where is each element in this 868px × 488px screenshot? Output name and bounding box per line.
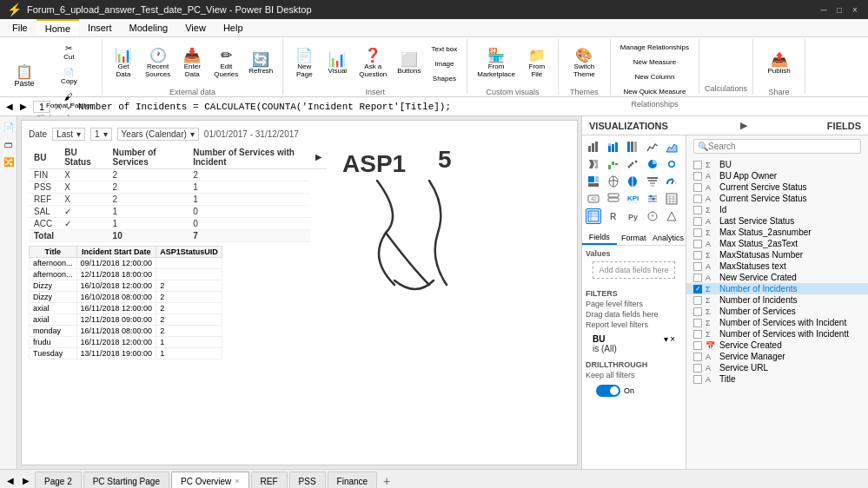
tab-pc-starting-page[interactable]: PC Starting Page	[83, 472, 169, 489]
field-checkbox-bu[interactable]	[693, 161, 702, 169]
field-item-number-of-services[interactable]: Σ Number of Services	[686, 306, 868, 317]
formula-close-button[interactable]: ✕	[54, 101, 63, 113]
stacked-bar-icon[interactable]	[606, 139, 621, 155]
tab-add-button[interactable]: +	[379, 473, 394, 489]
field-checkbox-max-status-2astext[interactable]	[693, 240, 702, 248]
recent-sources-button[interactable]: 🕐 RecentSources	[141, 41, 175, 86]
donut-icon[interactable]	[664, 156, 679, 172]
from-file-button[interactable]: 📁 FromFile	[521, 41, 553, 86]
python-visual-icon[interactable]: Py	[625, 208, 640, 224]
tab-modeling[interactable]: Modeling	[121, 19, 177, 36]
bu-filter-close[interactable]: ×	[670, 334, 675, 344]
field-checkbox-number-of-services[interactable]	[693, 307, 702, 316]
field-item-maxstatuses-text[interactable]: A MaxStatuses text	[686, 260, 868, 272]
matrix-icon[interactable]	[586, 208, 601, 224]
field-checkbox-current-sercive-status[interactable]	[693, 183, 702, 192]
field-item-maxstatusas-number[interactable]: Σ MaxStatusas Number	[686, 249, 868, 260]
nav-prev-button[interactable]: ◀	[3, 101, 16, 112]
report-view-icon[interactable]: 📄	[2, 120, 16, 134]
field-item-current-service-status[interactable]: A Current Service Status	[686, 193, 868, 204]
r-visual-icon[interactable]: R	[606, 208, 621, 224]
bar-chart-icon[interactable]	[586, 139, 601, 155]
tab-help[interactable]: Help	[215, 19, 252, 36]
viz-fields-tab[interactable]: Fields	[582, 231, 617, 245]
copy-button[interactable]: 📄 Copy	[42, 65, 96, 88]
edit-queries-button[interactable]: ✏ EditQueries	[209, 41, 242, 86]
field-item-service-url[interactable]: A Service URL	[686, 362, 868, 373]
formula-confirm-button[interactable]: ✓	[66, 101, 75, 113]
maximize-button[interactable]: □	[833, 3, 845, 16]
scatter-icon[interactable]	[625, 156, 640, 172]
field-item-service-manager[interactable]: A Service Manager	[686, 351, 868, 362]
field-item-max-status-2astext[interactable]: A Max Status_2asText	[686, 238, 868, 249]
field-checkbox-service-manager[interactable]	[693, 353, 702, 361]
field-checkbox-number-of-services-with-incidentt[interactable]	[693, 330, 702, 339]
text-box-button[interactable]: Text box	[427, 43, 461, 56]
get-data-button[interactable]: 📊 GetData	[108, 41, 139, 86]
refresh-button[interactable]: 🔄 Refresh	[244, 41, 277, 86]
field-checkbox-number-of-services-with-incident[interactable]	[693, 319, 702, 327]
visual-button[interactable]: 📊 Visual	[321, 41, 353, 86]
field-item-current-sercive-status[interactable]: A Current Sercive Status	[686, 181, 868, 193]
enter-data-button[interactable]: 📥 EnterData	[176, 41, 208, 86]
field-item-id[interactable]: Σ Id	[686, 204, 868, 215]
treemap-icon[interactable]	[586, 174, 601, 189]
field-checkbox-max-status-2asnumber[interactable]	[693, 228, 702, 237]
shapes-button[interactable]: Shapes	[427, 72, 461, 85]
multi-row-card-icon[interactable]	[606, 191, 621, 207]
manage-relationships-button[interactable]: Manage Relationships	[616, 41, 693, 54]
cut-button[interactable]: ✂ Cut	[42, 41, 96, 63]
model-view-icon[interactable]: 🔀	[2, 155, 16, 168]
date-unit-dropdown[interactable]: Years (Calendar) ▾	[117, 128, 199, 141]
custom-visual-2-icon[interactable]	[664, 208, 679, 224]
field-item-bu[interactable]: Σ BU	[686, 159, 868, 170]
field-checkbox-title[interactable]	[693, 375, 702, 384]
tab-pss[interactable]: PSS	[289, 472, 326, 489]
field-checkbox-bu-app-owner[interactable]	[693, 172, 702, 181]
viz-format-tab[interactable]: Format	[617, 231, 652, 245]
tab-home[interactable]: Home	[36, 19, 79, 36]
panel-toggle-button[interactable]: ▶	[740, 120, 747, 131]
publish-button[interactable]: 📤 Publish	[763, 41, 794, 86]
tab-pc-overview-close[interactable]: ×	[235, 477, 239, 485]
field-item-number-of-incidents-2[interactable]: Σ Number of Incidents	[686, 294, 868, 306]
values-drop-area[interactable]: Add data fields here	[593, 261, 675, 279]
area-chart-icon[interactable]	[664, 139, 679, 155]
map-icon[interactable]	[606, 174, 621, 189]
minimize-button[interactable]: ─	[818, 3, 830, 16]
new-quick-measure-button[interactable]: New Quick Measure	[619, 85, 690, 98]
new-measure-button[interactable]: New Measure	[629, 56, 680, 69]
field-item-max-status-2asnumber[interactable]: Σ Max Status_2asnumber	[686, 227, 868, 238]
viz-analytics-tab[interactable]: Analytics	[651, 231, 686, 245]
tab-nav-next[interactable]: ▶	[19, 476, 33, 485]
new-column-button[interactable]: New Column	[631, 70, 679, 83]
bu-filter-dropdown[interactable]: ▾	[664, 334, 668, 344]
col-expand[interactable]: ▶	[310, 146, 327, 169]
field-checkbox-maxstatuses-text[interactable]	[693, 262, 702, 271]
fields-search-input[interactable]	[708, 142, 857, 151]
field-item-bu-app-owner[interactable]: A BU App Owner	[686, 170, 868, 181]
nav-next-button[interactable]: ▶	[17, 101, 30, 112]
waterfall-icon[interactable]	[606, 156, 621, 172]
tab-file[interactable]: File	[3, 19, 36, 36]
paste-button[interactable]: 📋 Paste	[9, 54, 40, 99]
close-button[interactable]: ×	[849, 3, 861, 16]
tab-pc-overview[interactable]: PC Overview ×	[171, 472, 249, 489]
field-checkbox-current-service-status[interactable]	[693, 195, 702, 203]
field-checkbox-new-service-created[interactable]	[693, 274, 702, 282]
field-checkbox-service-url[interactable]	[693, 364, 702, 373]
field-item-last-service-status[interactable]: A Last Service Status	[686, 215, 868, 227]
ask-question-button[interactable]: ❓ Ask aQuestion	[354, 41, 391, 86]
tab-view[interactable]: View	[176, 19, 215, 36]
date-value-dropdown[interactable]: 1 ▾	[90, 128, 112, 141]
date-type-dropdown[interactable]: Last ▾	[52, 128, 85, 141]
field-item-number-of-services-with-incidentt[interactable]: Σ Number of Services with Incidentt	[686, 328, 868, 340]
kpi-icon[interactable]: KPI	[625, 191, 640, 207]
field-item-number-of-services-with-incident[interactable]: Σ Number of Services with Incident	[686, 317, 868, 328]
card-icon[interactable]: 42	[586, 191, 601, 207]
tab-insert[interactable]: Insert	[79, 19, 121, 36]
filter-drop-area[interactable]: Drag data fields here	[586, 310, 682, 319]
new-page-button[interactable]: 📄 NewPage	[288, 41, 320, 86]
field-checkbox-maxstatusas-number[interactable]	[693, 251, 702, 260]
field-item-number-of-incidents-selected[interactable]: ✓ Σ Number of Incidents	[686, 283, 868, 294]
